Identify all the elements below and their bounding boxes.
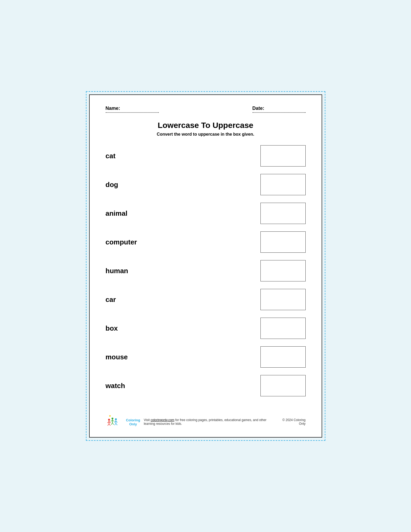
word-list: catdoganimalcomputerhumancarboxmousewatc… [106, 143, 306, 401]
name-label: Name: [106, 106, 159, 111]
svg-point-12 [115, 418, 117, 420]
word-label: dog [106, 181, 159, 189]
outer-border: Name: Date: Lowercase To Uppercase Conve… [86, 91, 325, 441]
svg-line-4 [107, 424, 109, 426]
word-label: human [106, 267, 159, 275]
svg-line-10 [111, 423, 112, 425]
header-row: Name: Date: [106, 106, 306, 113]
word-row: box [106, 315, 306, 342]
svg-point-6 [111, 418, 113, 419]
name-dotted-line [106, 112, 159, 113]
footer-description: Visit coloringonly.com for free coloring… [144, 418, 277, 426]
title-section: Lowercase To Uppercase Convert the word … [106, 121, 306, 137]
date-field: Date: [252, 106, 306, 113]
svg-line-11 [112, 423, 113, 425]
word-label: computer [106, 238, 159, 246]
word-row: cat [106, 143, 306, 169]
answer-box[interactable] [260, 174, 306, 195]
word-row: watch [106, 372, 306, 399]
footer-left: Coloring Only [106, 414, 144, 429]
answer-box[interactable] [260, 346, 306, 368]
worksheet-subtitle: Convert the word to uppercase in the box… [106, 132, 306, 137]
word-label: watch [106, 382, 159, 390]
svg-point-0 [108, 419, 110, 421]
date-label: Date: [252, 106, 306, 111]
word-label: mouse [106, 353, 159, 361]
inner-page: Name: Date: Lowercase To Uppercase Conve… [89, 94, 322, 438]
answer-box[interactable] [260, 203, 306, 224]
footer-website-link[interactable]: coloringonly.com [151, 418, 174, 422]
answer-box[interactable] [260, 231, 306, 253]
word-label: car [106, 296, 159, 304]
answer-box[interactable] [260, 260, 306, 281]
footer: Coloring Only Visit coloringonly.com for… [106, 409, 306, 429]
word-row: dog [106, 171, 306, 198]
coloring-only-logo [106, 414, 119, 429]
name-field: Name: [106, 106, 159, 113]
footer-brand-name: Coloring Only [122, 418, 144, 426]
word-label: cat [106, 152, 159, 160]
word-label: animal [106, 209, 159, 218]
word-label: box [106, 324, 159, 332]
answer-box[interactable] [260, 375, 306, 396]
word-row: mouse [106, 344, 306, 370]
footer-desc-pre: Visit [144, 418, 151, 422]
footer-copyright: © 2024 Coloring Only [277, 418, 305, 426]
svg-marker-18 [109, 415, 111, 417]
svg-line-17 [116, 423, 117, 425]
word-row: animal [106, 200, 306, 227]
svg-line-5 [109, 424, 110, 426]
answer-box[interactable] [260, 289, 306, 310]
word-row: computer [106, 229, 306, 255]
word-row: human [106, 257, 306, 284]
worksheet-title: Lowercase To Uppercase [106, 121, 306, 130]
answer-box[interactable] [260, 145, 306, 167]
svg-line-16 [114, 423, 116, 425]
date-dotted-line [252, 112, 306, 113]
answer-box[interactable] [260, 318, 306, 339]
word-row: car [106, 286, 306, 313]
